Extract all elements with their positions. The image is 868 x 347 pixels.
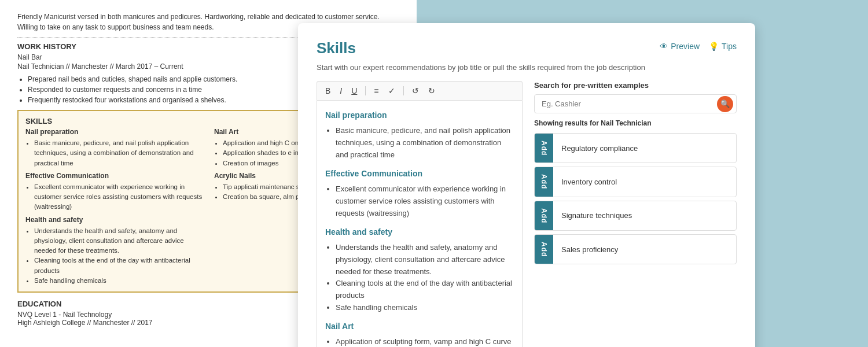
suggestion-text-2: Signature techniques [553,205,736,226]
tips-button[interactable]: 💡 Tips [709,42,737,51]
skills-left-col: Nail preparation Basic manicure, pedicur… [25,128,203,286]
health-bullet-3: Safe handling chemicals [34,276,203,286]
separator-1 [365,86,366,95]
nail-prep-bullet: Basic manicure, pedicure, and nail polis… [34,138,203,168]
preview-label: Preview [671,42,700,51]
suggestion-text-1: Inventory control [553,172,736,192]
showing-results: Showing results for Nail Technician [534,119,737,127]
suggestions-label: Search for pre-written examples [534,81,737,90]
add-button-2[interactable]: Add [535,201,553,230]
comm-title: Effective Communication [25,172,203,180]
showing-term: Nail Technician [601,119,651,127]
eye-icon: 👁 [660,42,668,51]
comm-bullet: Excellent communicator with experience w… [34,182,203,212]
health-bullet-1: Understands the health and safety, anato… [34,226,203,256]
preview-button[interactable]: 👁 Preview [660,42,700,51]
suggestions-panel: Search for pre-written examples 🔍 Showin… [534,81,737,347]
skill-heading-1: Effective Communication [325,167,514,180]
suggestion-item-0: Add Regulatory compliance [534,133,737,163]
italic-button[interactable]: I [337,85,344,97]
skill-bullets-0: Basic manicure, pedicure, and nail polis… [325,125,514,161]
bold-button[interactable]: B [323,85,333,97]
skill-bullet-1-0: Excellent communicator with experience w… [336,183,514,219]
skill-heading-0: Nail preparation [325,109,514,121]
separator-2 [403,86,404,95]
skill-bullets-3: Application of sculpting form, vamp and … [325,336,514,347]
check-button[interactable]: ✓ [386,85,398,97]
search-button[interactable]: 🔍 [717,96,733,112]
search-input[interactable] [534,94,737,113]
skill-bullet-3-0: Application of sculpting form, vamp and … [336,336,514,347]
add-button-0[interactable]: Add [535,134,553,163]
health-bullet-2: Cleaning tools at the end of the day wit… [34,256,203,276]
modal-subtitle: Start with our expert recommendations by… [317,63,737,72]
underline-button[interactable]: U [349,85,359,97]
suggestions-list: Add Regulatory compliance Add Inventory … [534,133,737,264]
suggestion-text-3: Sales proficiency [553,239,736,260]
suggestion-item-1: Add Inventory control [534,167,737,197]
skill-bullet-2-2: Safe handling chemicals [336,302,514,314]
modal-body: B I U ≡ ✓ ↺ ↻ Nail preparation Basic man… [317,81,737,347]
suggestion-item-3: Add Sales proficiency [534,234,737,264]
add-button-1[interactable]: Add [535,167,553,196]
skill-bullets-1: Excellent communicator with experience w… [325,183,514,219]
showing-prefix: Showing results for [534,119,601,127]
health-title: Health and safety [25,216,203,224]
skill-heading-2: Health and safety [325,226,514,238]
list-button[interactable]: ≡ [372,85,381,97]
lightbulb-icon: 💡 [709,42,719,51]
undo-button[interactable]: ↺ [410,85,421,97]
add-button-3[interactable]: Add [535,235,553,264]
editor-toolbar: B I U ≡ ✓ ↺ ↻ [317,81,523,100]
skill-heading-3: Nail Art [325,320,514,333]
suggestion-item-2: Add Signature techniques [534,201,737,231]
skill-bullet-2-0: Understands the health and safety, anato… [336,242,514,278]
suggestion-text-0: Regulatory compliance [553,138,736,158]
modal-title: Skills [317,39,356,57]
skill-bullets-2: Understands the health and safety, anato… [325,242,514,314]
skills-modal: Skills 👁 Preview 💡 Tips Start with our e… [298,23,755,347]
redo-button[interactable]: ↻ [426,85,437,97]
skill-bullet-0-0: Basic manicure, pedicure, and nail polis… [336,125,514,161]
search-icon: 🔍 [720,99,730,108]
editor-area: B I U ≡ ✓ ↺ ↻ Nail preparation Basic man… [317,81,523,347]
tips-label: Tips [722,42,737,51]
skill-bullet-2-1: Cleaning tools at the end of the day wit… [336,278,514,302]
modal-header: Skills 👁 Preview 💡 Tips [317,39,737,57]
header-actions: 👁 Preview 💡 Tips [660,42,737,51]
search-box: 🔍 [534,94,737,113]
nail-prep-title: Nail preparation [25,128,203,136]
editor-content[interactable]: Nail preparation Basic manicure, pedicur… [317,100,523,347]
